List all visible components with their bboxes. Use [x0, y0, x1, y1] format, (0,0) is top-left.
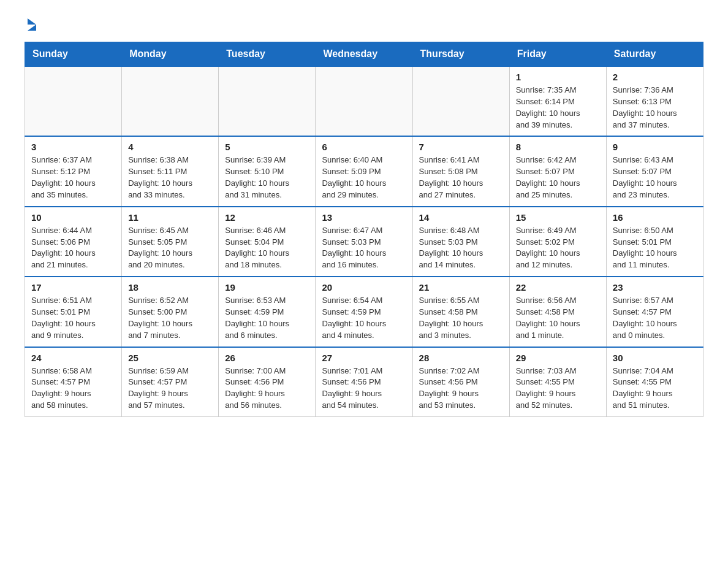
day-number: 7: [419, 142, 503, 152]
day-info: Sunrise: 6:48 AM Sunset: 5:03 PM Dayligh…: [419, 225, 503, 271]
day-number: 15: [516, 212, 600, 223]
day-info: Sunrise: 7:03 AM Sunset: 4:55 PM Dayligh…: [516, 366, 600, 412]
day-info: Sunrise: 6:45 AM Sunset: 5:05 PM Dayligh…: [128, 225, 212, 271]
week-row-1: 1Sunrise: 7:35 AM Sunset: 6:14 PM Daylig…: [25, 66, 703, 136]
day-cell: 23Sunrise: 6:57 AM Sunset: 4:57 PM Dayli…: [606, 277, 703, 347]
day-number: 19: [225, 282, 309, 293]
day-cell: 27Sunrise: 7:01 AM Sunset: 4:56 PM Dayli…: [316, 347, 412, 417]
day-info: Sunrise: 7:01 AM Sunset: 4:56 PM Dayligh…: [322, 366, 406, 412]
day-info: Sunrise: 6:50 AM Sunset: 5:01 PM Dayligh…: [613, 225, 697, 271]
day-cell: [412, 66, 509, 136]
day-number: 14: [419, 212, 503, 223]
day-number: 3: [31, 142, 115, 152]
day-number: 21: [419, 282, 503, 293]
day-number: 30: [613, 353, 697, 363]
day-cell: 15Sunrise: 6:49 AM Sunset: 5:02 PM Dayli…: [509, 207, 606, 277]
day-number: 28: [419, 353, 503, 363]
day-info: Sunrise: 6:57 AM Sunset: 4:57 PM Dayligh…: [613, 295, 697, 341]
column-header-thursday: Thursday: [412, 42, 509, 67]
day-number: 25: [128, 353, 212, 363]
day-info: Sunrise: 7:35 AM Sunset: 6:14 PM Dayligh…: [516, 85, 600, 131]
day-cell: 4Sunrise: 6:38 AM Sunset: 5:11 PM Daylig…: [122, 136, 219, 206]
day-info: Sunrise: 6:47 AM Sunset: 5:03 PM Dayligh…: [322, 225, 406, 271]
day-number: 8: [516, 142, 600, 152]
day-info: Sunrise: 6:37 AM Sunset: 5:12 PM Dayligh…: [31, 155, 115, 201]
day-number: 4: [128, 142, 212, 152]
column-header-wednesday: Wednesday: [316, 42, 412, 67]
day-number: 5: [225, 142, 309, 152]
day-info: Sunrise: 6:51 AM Sunset: 5:01 PM Dayligh…: [31, 295, 115, 341]
day-number: 10: [31, 212, 115, 223]
day-info: Sunrise: 6:58 AM Sunset: 4:57 PM Dayligh…: [31, 366, 115, 412]
day-number: 22: [516, 282, 600, 293]
day-info: Sunrise: 6:52 AM Sunset: 5:00 PM Dayligh…: [128, 295, 212, 341]
day-cell: 5Sunrise: 6:39 AM Sunset: 5:10 PM Daylig…: [219, 136, 316, 206]
day-cell: 16Sunrise: 6:50 AM Sunset: 5:01 PM Dayli…: [606, 207, 703, 277]
day-info: Sunrise: 6:38 AM Sunset: 5:11 PM Dayligh…: [128, 155, 212, 201]
day-number: 1: [516, 72, 600, 82]
day-info: Sunrise: 7:00 AM Sunset: 4:56 PM Dayligh…: [225, 366, 309, 412]
week-row-5: 24Sunrise: 6:58 AM Sunset: 4:57 PM Dayli…: [25, 347, 703, 417]
day-info: Sunrise: 6:55 AM Sunset: 4:58 PM Dayligh…: [419, 295, 503, 341]
day-cell: 2Sunrise: 7:36 AM Sunset: 6:13 PM Daylig…: [606, 66, 703, 136]
column-header-tuesday: Tuesday: [219, 42, 316, 67]
day-cell: 12Sunrise: 6:46 AM Sunset: 5:04 PM Dayli…: [219, 207, 316, 277]
day-cell: 3Sunrise: 6:37 AM Sunset: 5:12 PM Daylig…: [25, 136, 122, 206]
day-info: Sunrise: 6:54 AM Sunset: 4:59 PM Dayligh…: [322, 295, 406, 341]
day-number: 13: [322, 212, 406, 223]
day-cell: 13Sunrise: 6:47 AM Sunset: 5:03 PM Dayli…: [316, 207, 412, 277]
day-number: 9: [613, 142, 697, 152]
day-number: 11: [128, 212, 212, 223]
day-number: 27: [322, 353, 406, 363]
day-cell: 29Sunrise: 7:03 AM Sunset: 4:55 PM Dayli…: [509, 347, 606, 417]
day-cell: 21Sunrise: 6:55 AM Sunset: 4:58 PM Dayli…: [412, 277, 509, 347]
day-info: Sunrise: 6:39 AM Sunset: 5:10 PM Dayligh…: [225, 155, 309, 201]
day-header-row: SundayMondayTuesdayWednesdayThursdayFrid…: [25, 42, 703, 67]
day-info: Sunrise: 6:43 AM Sunset: 5:07 PM Dayligh…: [613, 155, 697, 201]
day-cell: 8Sunrise: 6:42 AM Sunset: 5:07 PM Daylig…: [509, 136, 606, 206]
day-info: Sunrise: 7:04 AM Sunset: 4:55 PM Dayligh…: [613, 366, 697, 412]
day-info: Sunrise: 7:36 AM Sunset: 6:13 PM Dayligh…: [613, 85, 697, 131]
week-row-2: 3Sunrise: 6:37 AM Sunset: 5:12 PM Daylig…: [25, 136, 703, 206]
day-number: 24: [31, 353, 115, 363]
day-cell: 24Sunrise: 6:58 AM Sunset: 4:57 PM Dayli…: [25, 347, 122, 417]
day-cell: 9Sunrise: 6:43 AM Sunset: 5:07 PM Daylig…: [606, 136, 703, 206]
day-info: Sunrise: 6:46 AM Sunset: 5:04 PM Dayligh…: [225, 225, 309, 271]
day-cell: 19Sunrise: 6:53 AM Sunset: 4:59 PM Dayli…: [219, 277, 316, 347]
page-header: [25, 18, 703, 29]
day-number: 29: [516, 353, 600, 363]
day-cell: 10Sunrise: 6:44 AM Sunset: 5:06 PM Dayli…: [25, 207, 122, 277]
day-cell: 14Sunrise: 6:48 AM Sunset: 5:03 PM Dayli…: [412, 207, 509, 277]
day-info: Sunrise: 7:02 AM Sunset: 4:56 PM Dayligh…: [419, 366, 503, 412]
day-cell: 25Sunrise: 6:59 AM Sunset: 4:57 PM Dayli…: [122, 347, 219, 417]
day-cell: [122, 66, 219, 136]
day-info: Sunrise: 6:56 AM Sunset: 4:58 PM Dayligh…: [516, 295, 600, 341]
day-cell: 30Sunrise: 7:04 AM Sunset: 4:55 PM Dayli…: [606, 347, 703, 417]
day-cell: [316, 66, 412, 136]
day-number: 20: [322, 282, 406, 293]
day-number: 12: [225, 212, 309, 223]
logo: [25, 18, 36, 29]
day-cell: 17Sunrise: 6:51 AM Sunset: 5:01 PM Dayli…: [25, 277, 122, 347]
day-info: Sunrise: 6:59 AM Sunset: 4:57 PM Dayligh…: [128, 366, 212, 412]
day-info: Sunrise: 6:40 AM Sunset: 5:09 PM Dayligh…: [322, 155, 406, 201]
day-info: Sunrise: 6:44 AM Sunset: 5:06 PM Dayligh…: [31, 225, 115, 271]
column-header-sunday: Sunday: [25, 42, 122, 67]
day-info: Sunrise: 6:42 AM Sunset: 5:07 PM Dayligh…: [516, 155, 600, 201]
column-header-friday: Friday: [509, 42, 606, 67]
day-cell: 18Sunrise: 6:52 AM Sunset: 5:00 PM Dayli…: [122, 277, 219, 347]
day-info: Sunrise: 6:49 AM Sunset: 5:02 PM Dayligh…: [516, 225, 600, 271]
day-number: 6: [322, 142, 406, 152]
day-number: 16: [613, 212, 697, 223]
calendar-table: SundayMondayTuesdayWednesdayThursdayFrid…: [25, 42, 703, 417]
week-row-3: 10Sunrise: 6:44 AM Sunset: 5:06 PM Dayli…: [25, 207, 703, 277]
day-cell: 11Sunrise: 6:45 AM Sunset: 5:05 PM Dayli…: [122, 207, 219, 277]
day-cell: 22Sunrise: 6:56 AM Sunset: 4:58 PM Dayli…: [509, 277, 606, 347]
day-cell: [219, 66, 316, 136]
day-number: 17: [31, 282, 115, 293]
day-number: 2: [613, 72, 697, 82]
day-cell: 7Sunrise: 6:41 AM Sunset: 5:08 PM Daylig…: [412, 136, 509, 206]
day-number: 23: [613, 282, 697, 293]
day-cell: 6Sunrise: 6:40 AM Sunset: 5:09 PM Daylig…: [316, 136, 412, 206]
day-cell: [25, 66, 122, 136]
